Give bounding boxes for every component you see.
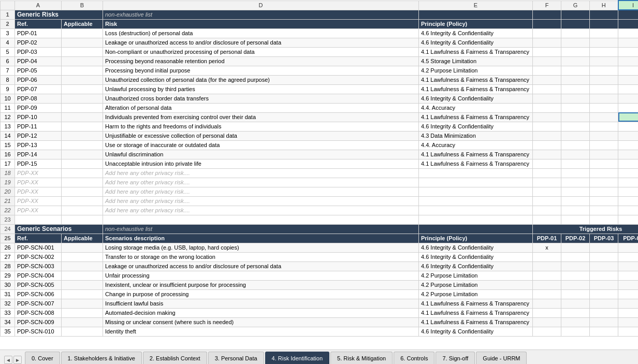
- row-num-2: 2: [1, 19, 15, 28]
- ref-col-header: Ref.: [15, 19, 62, 28]
- table-row: 3 PDP-01 Loss (destruction) of personal …: [1, 28, 639, 38]
- table-row: 13 PDP-11 Harm to the rights and freedom…: [1, 122, 639, 131]
- main-grid: A B D E F G H I J 1 Generic R: [0, 0, 638, 337]
- tab-guide[interactable]: Guide - URRM: [476, 352, 527, 364]
- column-header-row: A B D E F G H I J: [1, 1, 639, 10]
- tab-establish-context[interactable]: 2. Establish Context: [143, 352, 207, 364]
- table-row: 27 PDP-SCN-002 Transfer to or storage on…: [1, 252, 639, 261]
- tab-personal-data[interactable]: 3. Personal Data: [208, 352, 264, 364]
- table-row: 33 PDP-SCN-008 Automated-decision making…: [1, 308, 639, 317]
- applicable-col-header: Applicable: [62, 19, 103, 28]
- col-i-header: I: [618, 1, 639, 10]
- col-a-header: A: [15, 1, 62, 10]
- col-h-header: H: [590, 1, 618, 10]
- table-row: 8 PDP-06 Unauthorized collection of pers…: [1, 75, 639, 84]
- col-g-header: G: [561, 1, 590, 10]
- tab-prev-btn[interactable]: ◄: [4, 356, 12, 364]
- col-e-header: E: [419, 1, 533, 10]
- table-row: 30 PDP-SCN-005 Inexistent, unclear or in…: [1, 280, 639, 289]
- table-row: 17 PDP-15 Unacceptable intrusion into pr…: [1, 159, 639, 168]
- tab-risk-identification[interactable]: 4. Risk Identification: [265, 352, 329, 364]
- tab-cover[interactable]: 0. Cover: [25, 352, 60, 364]
- spreadsheet-container: A B D E F G H I J 1 Generic R: [0, 0, 638, 364]
- table-row: 34 PDP-SCN-009 Missing or unclear consen…: [1, 317, 639, 327]
- table-row: 7 PDP-05 Processing beyond initial purpo…: [1, 66, 639, 75]
- sheet-area: A B D E F G H I J 1 Generic R: [0, 0, 638, 350]
- table-row: 10 PDP-08 Unauthorized cross border data…: [1, 94, 639, 103]
- tab-nav: ◄ ►: [2, 356, 25, 364]
- sheet-scroll[interactable]: A B D E F G H I J 1 Generic R: [0, 0, 638, 337]
- table-row: 28 PDP-SCN-003 Leakage or unauthorized a…: [1, 261, 639, 271]
- scenarios-col-header-row: 25 Ref. Applicable Scenarios description…: [1, 234, 639, 243]
- placeholder-row: 18 PDP-XX Add here any other privacy ris…: [1, 168, 639, 178]
- row-num-1: 1: [1, 10, 15, 19]
- empty-row-23: 23: [1, 215, 639, 224]
- corner-cell: [1, 1, 15, 10]
- generic-risks-note: non-exhaustive list: [103, 10, 419, 19]
- principle-col-header: Principle (Policy): [419, 19, 533, 28]
- placeholder-row: 19 PDP-XX Add here any other privacy ris…: [1, 178, 639, 187]
- col-b-header: B: [62, 1, 103, 10]
- placeholder-row: 22 PDP-XX Add here any other privacy ris…: [1, 206, 639, 215]
- tab-next-btn[interactable]: ►: [13, 356, 22, 364]
- table-row: 29 PDP-SCN-004 Unfair processing 4.2 Pur…: [1, 271, 639, 280]
- scenarios-note: non-exhaustive list: [103, 224, 419, 234]
- table-row: 31 PDP-SCN-006 Change in purpose of proc…: [1, 289, 639, 299]
- table-row: 5 PDP-03 Non-compliant or unauthorized p…: [1, 47, 639, 56]
- placeholder-row: 20 PDP-XX Add here any other privacy ris…: [1, 187, 639, 196]
- generic-risks-label: Generic Risks: [15, 10, 103, 19]
- tab-stakeholders[interactable]: 1. Stakeholders & Initiative: [61, 352, 142, 364]
- col-d-header: D: [103, 1, 419, 10]
- table-row: 32 PDP-SCN-007 Insufficient lawful basis…: [1, 299, 639, 308]
- table-row: 12 PDP-10 Individuals prevented from exe…: [1, 112, 639, 122]
- tab-sign-off[interactable]: 7. Sign-off: [436, 352, 475, 364]
- tab-risk-mitigation[interactable]: 5. Risk & Mitigation: [330, 352, 393, 364]
- risks-col-header-row: 2 Ref. Applicable Risk Principle (Policy…: [1, 19, 639, 28]
- generic-scenarios-label: Generic Scenarios: [15, 224, 103, 234]
- table-row: 36 PDP-SCN-011 Insufficient coverage of …: [1, 336, 639, 337]
- table-row: 26 PDP-SCN-001 Losing storage media (e.g…: [1, 243, 639, 252]
- tabs-bar: ◄ ► 0. Cover 1. Stakeholders & Initiativ…: [0, 350, 638, 364]
- risk-col-header: Risk: [103, 19, 419, 28]
- table-row: 14 PDP-12 Unjustifiable or excessive col…: [1, 131, 639, 140]
- table-row: 6 PDP-04 Processing beyond reasonable re…: [1, 56, 639, 66]
- generic-scenarios-header-row: 24 Generic Scenarios non-exhaustive list…: [1, 224, 639, 234]
- table-row: 11 PDP-09 Alteration of personal data 4.…: [1, 103, 639, 112]
- placeholder-row: 21 PDP-XX Add here any other privacy ris…: [1, 196, 639, 206]
- table-row: 16 PDP-14 Unlawful discrimination 4.1 La…: [1, 150, 639, 159]
- tab-controls[interactable]: 6. Controls: [394, 352, 434, 364]
- col-f-header: F: [533, 1, 561, 10]
- table-row: 9 PDP-07 Unlawful processing by third pa…: [1, 84, 639, 94]
- table-row: 4 PDP-02 Leakage or unauthorized access …: [1, 38, 639, 47]
- table-row: 15 PDP-13 Use or storage of inaccurate o…: [1, 140, 639, 150]
- triggered-risks-label: Triggered Risks: [533, 224, 639, 234]
- generic-risks-header-row: 1 Generic Risks non-exhaustive list: [1, 10, 639, 19]
- table-row: 35 PDP-SCN-010 Identity theft 4.6 Integr…: [1, 327, 639, 336]
